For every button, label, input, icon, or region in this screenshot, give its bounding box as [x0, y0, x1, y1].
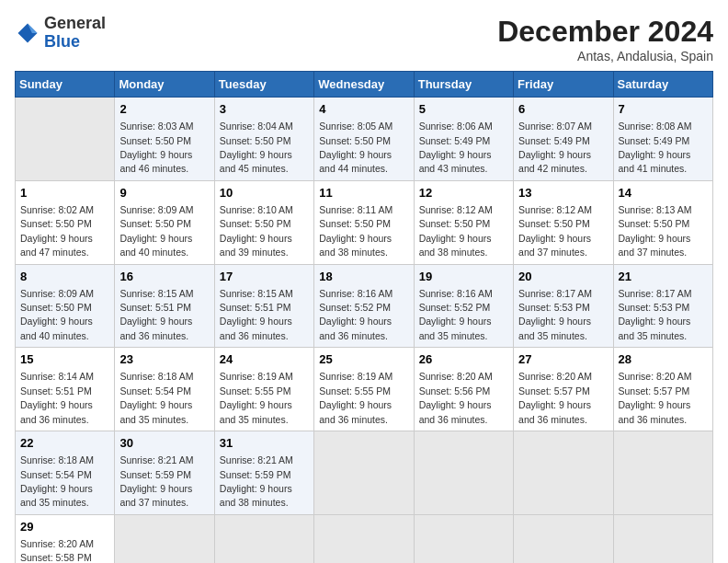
- daylight-info: Daylight: 9 hours and 38 minutes.: [220, 483, 292, 508]
- sunrise-info: Sunrise: 8:05 AM: [319, 121, 392, 132]
- calendar-cell: 30Sunrise: 8:21 AMSunset: 5:59 PMDayligh…: [115, 431, 214, 515]
- calendar-cell: [314, 514, 414, 563]
- sunset-info: Sunset: 5:57 PM: [518, 385, 590, 396]
- day-number: 6: [518, 101, 608, 118]
- sunrise-info: Sunrise: 8:07 AM: [518, 121, 592, 132]
- sunset-info: Sunset: 5:50 PM: [119, 135, 191, 146]
- day-number: 3: [220, 101, 309, 118]
- calendar-cell: 27Sunrise: 8:20 AMSunset: 5:57 PMDayligh…: [514, 348, 613, 431]
- calendar-cell: 26Sunrise: 8:20 AMSunset: 5:56 PMDayligh…: [414, 348, 513, 431]
- calendar-cell: 3Sunrise: 8:04 AMSunset: 5:50 PMDaylight…: [214, 98, 313, 181]
- day-number: 22: [20, 435, 109, 452]
- day-number: 7: [619, 101, 708, 118]
- day-number: 25: [319, 351, 408, 368]
- sunrise-info: Sunrise: 8:11 AM: [319, 204, 392, 215]
- sunset-info: Sunset: 5:54 PM: [20, 469, 92, 480]
- calendar-week-6: 29Sunrise: 8:20 AMSunset: 5:58 PMDayligh…: [16, 514, 713, 563]
- calendar-cell: 16Sunrise: 8:15 AMSunset: 5:51 PMDayligh…: [115, 264, 214, 348]
- calendar-cell: 5Sunrise: 8:06 AMSunset: 5:49 PMDaylight…: [414, 98, 513, 181]
- daylight-info: Daylight: 9 hours and 35 minutes.: [20, 483, 93, 508]
- logo-text: General Blue: [44, 15, 106, 52]
- sunrise-info: Sunrise: 8:06 AM: [419, 121, 493, 132]
- calendar-cell: 1Sunrise: 8:02 AMSunset: 5:50 PMDaylight…: [16, 180, 115, 264]
- daylight-info: Daylight: 9 hours and 45 minutes.: [220, 149, 292, 174]
- column-header-monday: Monday: [115, 72, 214, 98]
- sunrise-info: Sunrise: 8:12 AM: [518, 204, 592, 215]
- calendar-cell: 28Sunrise: 8:20 AMSunset: 5:57 PMDayligh…: [613, 348, 712, 431]
- sunrise-info: Sunrise: 8:04 AM: [220, 121, 293, 132]
- page-header: General Blue December 2024 Antas, Andalu…: [15, 15, 713, 63]
- sunrise-info: Sunrise: 8:20 AM: [419, 371, 493, 382]
- calendar-cell: [613, 514, 712, 563]
- daylight-info: Daylight: 9 hours and 36 minutes.: [419, 399, 492, 424]
- sunrise-info: Sunrise: 8:21 AM: [220, 454, 293, 465]
- calendar-cell: 14Sunrise: 8:13 AMSunset: 5:50 PMDayligh…: [613, 180, 712, 264]
- sunset-info: Sunset: 5:50 PM: [119, 218, 191, 229]
- day-number: 13: [518, 185, 608, 201]
- calendar-cell: 23Sunrise: 8:18 AMSunset: 5:54 PMDayligh…: [115, 348, 214, 431]
- daylight-info: Daylight: 9 hours and 40 minutes.: [119, 233, 192, 258]
- calendar-cell: 22Sunrise: 8:18 AMSunset: 5:54 PMDayligh…: [16, 431, 115, 515]
- calendar-cell: 21Sunrise: 8:17 AMSunset: 5:53 PMDayligh…: [613, 264, 712, 348]
- calendar-cell: [514, 431, 613, 515]
- daylight-info: Daylight: 9 hours and 43 minutes.: [419, 149, 492, 174]
- calendar-header: SundayMondayTuesdayWednesdayThursdayFrid…: [16, 72, 713, 98]
- month-title: December 2024: [497, 15, 713, 49]
- sunrise-info: Sunrise: 8:09 AM: [20, 288, 94, 299]
- daylight-info: Daylight: 9 hours and 47 minutes.: [20, 233, 93, 258]
- sunrise-info: Sunrise: 8:13 AM: [619, 204, 692, 215]
- daylight-info: Daylight: 9 hours and 42 minutes.: [518, 149, 591, 174]
- day-number: 1: [20, 185, 109, 201]
- sunrise-info: Sunrise: 8:18 AM: [119, 371, 193, 382]
- sunset-info: Sunset: 5:51 PM: [20, 385, 92, 396]
- sunset-info: Sunset: 5:55 PM: [220, 385, 291, 396]
- calendar-cell: [115, 514, 214, 563]
- sunset-info: Sunset: 5:51 PM: [119, 302, 191, 313]
- sunrise-info: Sunrise: 8:16 AM: [419, 288, 493, 299]
- day-number: 27: [518, 351, 608, 368]
- calendar-cell: [214, 514, 313, 563]
- daylight-info: Daylight: 9 hours and 41 minutes.: [619, 149, 691, 174]
- daylight-info: Daylight: 9 hours and 36 minutes.: [319, 316, 392, 340]
- sunrise-info: Sunrise: 8:15 AM: [119, 288, 193, 299]
- day-number: 31: [220, 435, 309, 452]
- sunset-info: Sunset: 5:59 PM: [220, 469, 291, 480]
- day-number: 12: [419, 185, 508, 201]
- calendar-cell: 18Sunrise: 8:16 AMSunset: 5:52 PMDayligh…: [314, 264, 414, 348]
- calendar-cell: 6Sunrise: 8:07 AMSunset: 5:49 PMDaylight…: [514, 98, 613, 181]
- daylight-info: Daylight: 9 hours and 37 minutes.: [619, 233, 691, 258]
- day-number: 2: [119, 101, 209, 118]
- calendar-cell: 31Sunrise: 8:21 AMSunset: 5:59 PMDayligh…: [214, 431, 313, 515]
- sunrise-info: Sunrise: 8:10 AM: [220, 204, 293, 215]
- daylight-info: Daylight: 9 hours and 37 minutes.: [518, 233, 591, 258]
- daylight-info: Daylight: 9 hours and 35 minutes.: [119, 399, 192, 424]
- calendar-cell: [414, 514, 513, 563]
- calendar-cell: 25Sunrise: 8:19 AMSunset: 5:55 PMDayligh…: [314, 348, 414, 431]
- calendar-cell: [414, 431, 513, 515]
- daylight-info: Daylight: 9 hours and 39 minutes.: [220, 233, 292, 258]
- calendar-cell: [314, 431, 414, 515]
- day-number: 17: [220, 269, 309, 285]
- sunrise-info: Sunrise: 8:19 AM: [319, 371, 392, 382]
- day-number: 5: [419, 101, 508, 118]
- day-number: 9: [119, 185, 209, 201]
- daylight-info: Daylight: 9 hours and 46 minutes.: [119, 149, 192, 174]
- sunrise-info: Sunrise: 8:19 AM: [220, 371, 293, 382]
- calendar-cell: 24Sunrise: 8:19 AMSunset: 5:55 PMDayligh…: [214, 348, 313, 431]
- sunrise-info: Sunrise: 8:16 AM: [319, 288, 392, 299]
- daylight-info: Daylight: 9 hours and 35 minutes.: [220, 399, 292, 424]
- calendar-table: SundayMondayTuesdayWednesdayThursdayFrid…: [15, 71, 713, 563]
- day-number: 8: [20, 269, 109, 285]
- sunset-info: Sunset: 5:50 PM: [20, 302, 92, 313]
- calendar-cell: 15Sunrise: 8:14 AMSunset: 5:51 PMDayligh…: [16, 348, 115, 431]
- sunset-info: Sunset: 5:53 PM: [518, 302, 590, 313]
- daylight-info: Daylight: 9 hours and 40 minutes.: [20, 316, 93, 340]
- daylight-info: Daylight: 9 hours and 36 minutes.: [119, 316, 192, 340]
- calendar-week-2: 1Sunrise: 8:02 AMSunset: 5:50 PMDaylight…: [16, 180, 713, 264]
- daylight-info: Daylight: 9 hours and 44 minutes.: [319, 149, 392, 174]
- day-number: 10: [220, 185, 309, 201]
- calendar-cell: 11Sunrise: 8:11 AMSunset: 5:50 PMDayligh…: [314, 180, 414, 264]
- day-number: 20: [518, 269, 608, 285]
- calendar-week-3: 8Sunrise: 8:09 AMSunset: 5:50 PMDaylight…: [16, 264, 713, 348]
- day-number: 4: [319, 101, 408, 118]
